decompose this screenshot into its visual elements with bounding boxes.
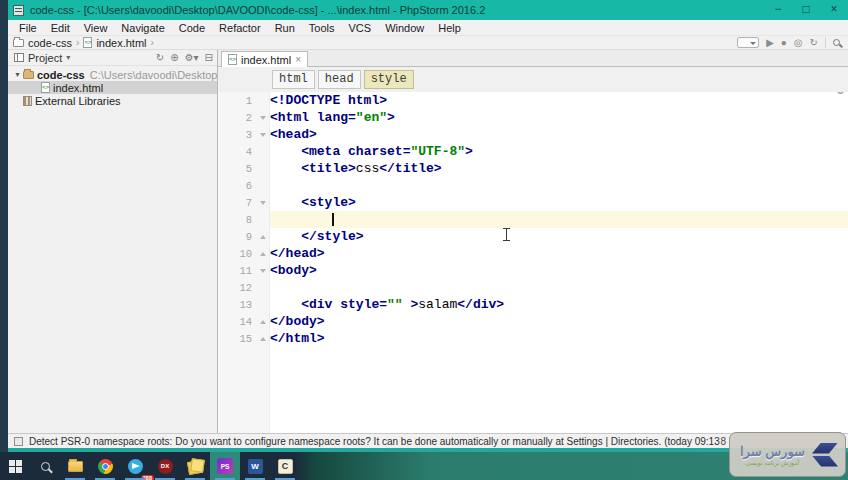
- menu-file[interactable]: File: [12, 22, 44, 34]
- project-panel-icon: [14, 53, 24, 62]
- menu-run[interactable]: Run: [268, 22, 302, 34]
- project-panel-header: Project ▾ ↻⊕⚙▾⊟: [8, 50, 217, 66]
- code-line-5[interactable]: 5 <title>css</title>: [218, 160, 848, 177]
- c-app-icon[interactable]: C: [270, 452, 300, 480]
- close-button[interactable]: ×: [820, 0, 848, 20]
- run-configurations-combo[interactable]: [737, 37, 759, 48]
- status-message[interactable]: Detect PSR-0 namespace roots: Do you wan…: [29, 436, 720, 447]
- tree-item-code-css[interactable]: ▼code-cssC:\Users\davoodi\Desktop\DAVOOD…: [8, 68, 217, 81]
- code-line-15[interactable]: 15</html>: [218, 330, 848, 347]
- fold-marker-icon[interactable]: [256, 337, 270, 341]
- fold-marker-icon[interactable]: [256, 133, 270, 137]
- code-line-11[interactable]: 11<body>: [218, 262, 848, 279]
- html-file-icon: <>: [228, 54, 237, 65]
- code-line-13[interactable]: 13 <div style="" >salam</div>: [218, 296, 848, 313]
- tab-index-html[interactable]: <> index.html ×: [221, 51, 308, 67]
- chevron-right-icon: ›: [151, 37, 154, 48]
- expand-arrow-icon[interactable]: ▼: [12, 71, 23, 78]
- project-view-dropdown[interactable]: ▾: [66, 53, 70, 62]
- crumb-chip-html[interactable]: html: [272, 70, 315, 89]
- line-number: 7: [218, 197, 256, 209]
- menu-refactor[interactable]: Refactor: [212, 22, 268, 34]
- code-editor[interactable]: 1<!DOCTYPE html>2<html lang="en">3<head>…: [218, 92, 848, 433]
- telegram-icon[interactable]: 288: [120, 452, 150, 480]
- tab-close-icon[interactable]: ×: [295, 54, 301, 65]
- code-line-1[interactable]: 1<!DOCTYPE html>: [218, 92, 848, 109]
- code-line-3[interactable]: 3<head>: [218, 126, 848, 143]
- fold-marker-icon[interactable]: [256, 320, 270, 324]
- code-line-4[interactable]: 4 <meta charset="UTF-8">: [218, 143, 848, 160]
- titlebar[interactable]: code-css - [C:\Users\davoodi\Desktop\DAV…: [8, 0, 848, 20]
- code-line-6[interactable]: 6: [218, 177, 848, 194]
- menu-navigate[interactable]: Navigate: [114, 22, 171, 34]
- menu-tools[interactable]: Tools: [302, 22, 342, 34]
- fold-marker-icon[interactable]: [256, 201, 270, 205]
- menu-window[interactable]: Window: [378, 22, 431, 34]
- debug-icon[interactable]: ●: [781, 38, 787, 48]
- hide-panel-icon[interactable]: ⊟: [205, 53, 213, 63]
- code-line-14[interactable]: 14</body>: [218, 313, 848, 330]
- sticky-notes-icon-glyph: [188, 459, 203, 473]
- line-number: 5: [218, 163, 256, 175]
- line-number: 8: [218, 214, 256, 226]
- fold-marker-icon[interactable]: [256, 269, 270, 273]
- fold-marker-icon[interactable]: [256, 252, 270, 256]
- start-button[interactable]: [0, 452, 30, 480]
- folder-icon: [13, 39, 24, 47]
- watermark-subtitle: آموزش برنامه نویسی: [740, 459, 805, 466]
- update-project-icon[interactable]: ↻: [810, 38, 818, 48]
- chrome-icon[interactable]: [90, 452, 120, 480]
- scroll-from-source-icon[interactable]: ⊕: [170, 53, 178, 63]
- line-number: 13: [218, 299, 256, 311]
- maximize-button[interactable]: □: [792, 0, 820, 20]
- menu-vcs[interactable]: VCS: [342, 22, 379, 34]
- code-line-10[interactable]: 10</head>: [218, 245, 848, 262]
- main-area: Project ▾ ↻⊕⚙▾⊟ ▼code-cssC:\Users\davood…: [8, 50, 848, 433]
- settings-gear-icon[interactable]: ⚙▾: [185, 53, 199, 63]
- code-line-2[interactable]: 2<html lang="en">: [218, 109, 848, 126]
- breadcrumb-item-code-css[interactable]: code-css: [28, 37, 72, 49]
- run-icon[interactable]: ▶: [766, 38, 774, 48]
- file-explorer-icon[interactable]: [60, 452, 90, 480]
- search-everywhere-icon[interactable]: [833, 39, 840, 46]
- minimize-button[interactable]: −: [764, 0, 792, 20]
- dx-app-icon[interactable]: DX: [150, 452, 180, 480]
- navigation-bar: code-css›<>index.html› ▶●◎↻: [8, 36, 848, 50]
- word-icon[interactable]: W: [240, 452, 270, 480]
- tree-item-external-libraries[interactable]: External Libraries: [8, 94, 217, 107]
- windows-taskbar: 288DXPSWC: [0, 452, 848, 480]
- coverage-icon[interactable]: ◎: [794, 38, 803, 48]
- menu-edit[interactable]: Edit: [44, 22, 77, 34]
- menu-help[interactable]: Help: [431, 22, 468, 34]
- phpstorm-taskbar-icon[interactable]: PS: [210, 452, 240, 480]
- toolbar-separator: [825, 37, 826, 48]
- code-line-text: [270, 211, 848, 228]
- code-line-12[interactable]: 12: [218, 279, 848, 296]
- refresh-icon[interactable]: ↻: [156, 53, 164, 63]
- fold-marker-icon[interactable]: [256, 235, 270, 239]
- menubar: FileEditViewNavigateCodeRefactorRunTools…: [8, 20, 848, 36]
- text-caret: [332, 213, 334, 226]
- breadcrumb-item-index.html[interactable]: index.html: [96, 37, 146, 49]
- caret-position-indicator[interactable]: 8: [720, 436, 726, 447]
- crumb-chip-style[interactable]: style: [364, 70, 414, 89]
- code-line-text: <title>css</title>: [270, 160, 848, 177]
- code-line-8[interactable]: 8: [218, 211, 848, 228]
- editor-breadcrumbs: htmlheadstyle: [218, 67, 848, 92]
- code-line-7[interactable]: 7 <style>: [218, 194, 848, 211]
- code-line-text: </html>: [270, 330, 848, 347]
- tree-item-index-html[interactable]: <>index.html: [8, 81, 217, 94]
- watermark: سورس سرا آموزش برنامه نویسی: [729, 432, 846, 477]
- sticky-notes-icon[interactable]: [180, 452, 210, 480]
- fold-marker-icon[interactable]: [256, 116, 270, 120]
- code-line-text: <html lang="en">: [270, 109, 848, 126]
- code-line-text: <style>: [270, 194, 848, 211]
- menu-view[interactable]: View: [77, 22, 115, 34]
- code-line-9[interactable]: 9 </style>: [218, 228, 848, 245]
- taskbar-search-button[interactable]: [30, 452, 60, 480]
- code-line-text: </body>: [270, 313, 848, 330]
- crumb-chip-head[interactable]: head: [318, 70, 361, 89]
- notification-icon[interactable]: [14, 437, 23, 446]
- code-line-text: </head>: [270, 245, 848, 262]
- menu-code[interactable]: Code: [172, 22, 212, 34]
